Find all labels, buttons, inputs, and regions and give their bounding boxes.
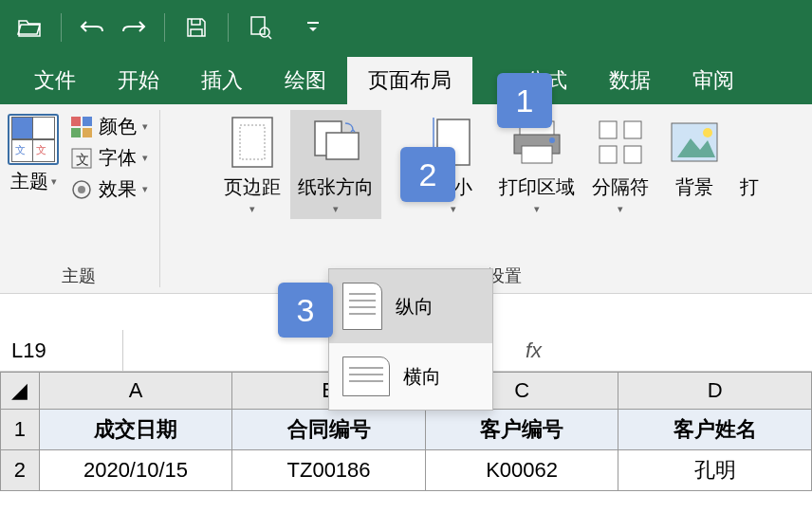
svg-rect-6 — [71, 128, 81, 137]
separator — [164, 13, 165, 42]
themes-button[interactable]: 文 文 主题▾ — [4, 110, 63, 198]
tab-data[interactable]: 数据 — [588, 57, 672, 104]
orientation-label: 纸张方向 — [298, 176, 374, 197]
svg-rect-5 — [83, 117, 92, 126]
margins-icon — [224, 114, 281, 171]
cell-b1[interactable]: 合同编号 — [232, 410, 426, 450]
tab-insert[interactable]: 插入 — [180, 57, 264, 104]
callout-1: 1 — [497, 73, 552, 128]
ribbon-separator — [159, 110, 160, 287]
cell-b2[interactable]: TZ00186 — [232, 450, 426, 491]
svg-rect-4 — [71, 117, 81, 126]
svg-rect-7 — [83, 128, 92, 137]
orientation-icon — [307, 114, 364, 171]
cell-d1[interactable]: 客户姓名 — [618, 410, 812, 450]
separator — [228, 13, 229, 42]
themes-icon: 文 文 — [8, 114, 59, 165]
theme-options: 颜色▾ 文 字体▾ 效果▾ — [65, 110, 154, 206]
breaks-label: 分隔符 — [592, 176, 649, 197]
print-titles-button[interactable]: 打 — [732, 110, 759, 204]
svg-point-29 — [703, 128, 712, 137]
svg-rect-25 — [600, 146, 617, 163]
effects-icon — [70, 178, 93, 201]
redo-icon[interactable] — [117, 11, 149, 44]
fonts-label: 字体 — [99, 145, 137, 171]
breaks-button[interactable]: 分隔符 ▾ — [584, 110, 656, 219]
colors-label: 颜色 — [99, 114, 137, 139]
cell-a2[interactable]: 2020/10/15 — [39, 450, 232, 491]
select-all-corner[interactable]: ◢ — [1, 373, 40, 410]
cell-c2[interactable]: K00062 — [425, 450, 618, 491]
svg-text:文: 文 — [76, 152, 89, 167]
background-icon — [666, 114, 723, 171]
effects-button[interactable]: 效果▾ — [70, 176, 148, 202]
undo-icon[interactable] — [77, 11, 109, 44]
colors-button[interactable]: 颜色▾ — [70, 114, 148, 139]
orientation-dropdown: 纵向 横向 — [328, 268, 493, 411]
ribbon-group-themes: 文 文 主题▾ 颜色▾ 文 字体▾ — [0, 104, 157, 293]
svg-rect-15 — [326, 133, 359, 159]
svg-rect-3 — [307, 22, 319, 24]
svg-rect-0 — [251, 17, 265, 34]
landscape-label: 横向 — [403, 364, 441, 390]
tab-draw[interactable]: 绘图 — [264, 57, 347, 104]
themes-label: 主题 — [10, 169, 48, 194]
ribbon-tabs: 文件 开始 插入 绘图 页面布局 公式 数据 审阅 — [0, 55, 812, 104]
print-titles-label: 打 — [740, 176, 759, 197]
tab-review[interactable]: 审阅 — [672, 57, 755, 104]
svg-rect-23 — [600, 121, 617, 138]
customize-qat-icon[interactable] — [297, 11, 329, 44]
callout-3: 3 — [278, 283, 333, 338]
svg-point-11 — [78, 186, 85, 193]
svg-line-2 — [268, 36, 271, 39]
svg-rect-21 — [522, 146, 552, 163]
cell-c1[interactable]: 客户编号 — [425, 410, 618, 450]
cell-a1[interactable]: 成交日期 — [39, 410, 232, 450]
title-bar — [0, 0, 812, 55]
tab-home[interactable]: 开始 — [97, 57, 180, 104]
colors-icon — [70, 116, 93, 138]
orientation-button[interactable]: 纸张方向 ▾ — [290, 110, 381, 219]
orientation-landscape[interactable]: 横向 — [329, 343, 492, 410]
svg-rect-24 — [624, 121, 641, 138]
separator — [61, 13, 62, 42]
background-button[interactable]: 背景 — [658, 110, 730, 204]
theme-group-label: 主题 — [62, 261, 96, 293]
ribbon: 文 文 主题▾ 颜色▾ 文 字体▾ — [0, 104, 812, 294]
fonts-button[interactable]: 文 字体▾ — [70, 145, 148, 171]
portrait-icon — [342, 283, 382, 330]
ribbon-group-page-setup: 页边距 ▾ 纸张方向 ▾ 大小 ▾ 打印区域 — [162, 104, 812, 293]
landscape-icon — [342, 357, 390, 396]
cell-d2[interactable]: 孔明 — [618, 450, 812, 491]
tab-file[interactable]: 文件 — [13, 57, 97, 104]
col-header-d[interactable]: D — [618, 373, 812, 410]
name-box[interactable]: L19 — [0, 330, 123, 371]
row-header-1[interactable]: 1 — [1, 410, 40, 450]
margins-button[interactable]: 页边距 ▾ — [216, 110, 288, 219]
save-icon[interactable] — [180, 11, 212, 44]
fx-icon[interactable]: fx — [526, 338, 542, 363]
effects-label: 效果 — [99, 176, 137, 202]
tab-page-layout[interactable]: 页面布局 — [347, 57, 472, 104]
row-header-2[interactable]: 2 — [1, 450, 40, 491]
svg-point-22 — [549, 137, 555, 143]
margins-label: 页边距 — [224, 176, 281, 197]
breaks-icon — [592, 114, 649, 171]
col-header-a[interactable]: A — [39, 373, 232, 410]
print-preview-icon[interactable] — [244, 11, 276, 44]
svg-rect-26 — [624, 146, 641, 163]
fonts-icon: 文 — [70, 147, 93, 170]
background-label: 背景 — [675, 176, 713, 197]
open-icon[interactable] — [13, 11, 46, 44]
callout-2: 2 — [400, 147, 455, 202]
orientation-portrait[interactable]: 纵向 — [329, 269, 492, 343]
print-area-label: 打印区域 — [499, 176, 575, 197]
portrait-label: 纵向 — [396, 294, 434, 320]
